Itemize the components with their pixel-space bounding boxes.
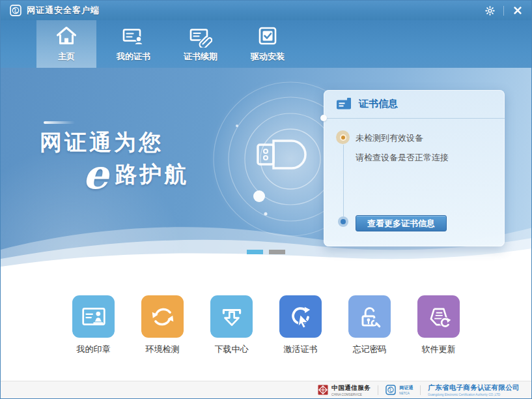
close-button[interactable]	[511, 3, 525, 18]
tab-label: 驱动安装	[251, 51, 285, 63]
driver-install-icon	[256, 23, 279, 48]
banner-slogan: 网证通为您 e 路护航	[40, 121, 189, 190]
slogan-dash	[44, 121, 75, 124]
netca-logo	[385, 385, 396, 395]
carousel-indicator-2[interactable]	[269, 250, 285, 254]
app-title: 网证通安全客户端	[27, 5, 100, 16]
shortcut-software-update[interactable]: 软件更新	[417, 295, 460, 355]
shortcut-forgot-password[interactable]: 忘记密码	[348, 295, 391, 355]
footer: 中国通信服务 CHINA COMSERVICE 网证通 NETCA 广东省电子商…	[1, 381, 531, 398]
settings-button[interactable]	[483, 3, 497, 18]
carousel-indicator-1[interactable]	[247, 250, 263, 254]
app-logo-icon	[10, 5, 21, 16]
device-hint-text: 请检查设备是否正常连接	[356, 152, 449, 164]
app-window: 网证通安全客户端	[0, 0, 532, 399]
titlebar: 网证通安全客户端	[1, 1, 531, 20]
shortcut-label: 忘记密码	[353, 344, 387, 355]
certificate-panel-body: 未检测到有效设备 请检查设备是否正常连接 查看更多证书信息	[324, 119, 505, 246]
shortcut-label: 我的印章	[77, 344, 111, 355]
company-brand: 广东省电子商务认证有限公司 Guangdong Electronic Certi…	[428, 383, 521, 396]
slogan-line2: e 路护航	[83, 160, 189, 190]
brand-title: 中国通信服务	[331, 384, 371, 392]
company-name-en: Guangdong Electronic Certification Autho…	[428, 393, 500, 396]
usb-device-icon	[258, 141, 305, 168]
tab-label: 主页	[58, 51, 75, 63]
shortcut-label: 下载中心	[215, 344, 249, 355]
slogan-line1: 网证通为您	[40, 129, 189, 156]
shortcut-label: 软件更新	[422, 344, 456, 355]
activate-certificate-icon	[279, 295, 322, 338]
titlebar-separator	[503, 6, 504, 16]
shortcut-activate-certificate[interactable]: 激活证书	[279, 295, 322, 355]
tab-label: 我的证书	[117, 51, 150, 63]
nav-tabs: 主页 我的证书 证书续期	[1, 20, 531, 68]
shortcut-environment-check[interactable]: 环境检测	[141, 295, 184, 355]
certificate-renewal-icon	[189, 23, 212, 48]
my-certificates-icon	[122, 23, 145, 48]
home-icon	[55, 23, 78, 48]
shortcut-row: 我的印章 环境检测	[1, 295, 531, 355]
slogan-e: e	[83, 160, 111, 190]
tab-my-certificates[interactable]: 我的证书	[104, 20, 163, 68]
window-controls	[483, 3, 525, 18]
slogan-line2-text: 路护航	[115, 160, 189, 190]
netca-brand: 网证通 NETCA	[385, 385, 413, 395]
shortcut-label: 环境检测	[146, 344, 180, 355]
status-dot-orange	[336, 130, 350, 144]
shortcut-label: 激活证书	[284, 344, 318, 355]
tab-home[interactable]: 主页	[36, 20, 96, 68]
certificate-info-panel: 证书信息 未检测到有效设备 请检查设备是否正常连接 查看更多证书信息	[324, 90, 505, 246]
tab-label: 证书续期	[184, 51, 217, 63]
certificate-card-icon	[337, 98, 352, 110]
more-dot-blue	[338, 216, 348, 227]
china-comservice-brand: 中国通信服务 CHINA COMSERVICE	[318, 384, 371, 396]
timeline-line	[343, 145, 344, 216]
brand-title: 网证通	[399, 385, 413, 391]
certificate-panel-header: 证书信息	[324, 90, 505, 119]
footer-separator	[420, 385, 421, 395]
brand-subtitle: CHINA COMSERVICE	[331, 392, 362, 396]
environment-check-icon	[141, 295, 184, 338]
seal-icon	[72, 295, 115, 338]
shortcut-my-seal[interactable]: 我的印章	[72, 295, 115, 355]
download-icon	[210, 295, 253, 338]
company-name: 广东省电子商务认证有限公司	[428, 383, 521, 392]
panel-title: 证书信息	[359, 98, 398, 110]
device-status-text: 未检测到有效设备	[356, 132, 423, 144]
banner: 网证通为您 e 路护航 证书信息	[1, 68, 531, 274]
forgot-password-icon	[348, 295, 391, 338]
tab-driver-install[interactable]: 驱动安装	[238, 20, 298, 68]
brand-subtitle: NETCA	[399, 392, 410, 395]
view-more-certificates-button[interactable]: 查看更多证书信息	[356, 215, 447, 231]
shortcut-tiles: 我的印章 环境检测	[1, 295, 531, 355]
footer-separator	[378, 385, 378, 395]
carousel-indicators	[1, 250, 531, 254]
tab-certificate-renewal[interactable]: 证书续期	[171, 20, 231, 68]
software-update-icon	[417, 295, 460, 338]
close-icon	[513, 6, 522, 15]
gear-icon	[485, 6, 495, 16]
shortcut-download-center[interactable]: 下载中心	[210, 295, 253, 355]
china-comservice-logo	[318, 385, 328, 395]
